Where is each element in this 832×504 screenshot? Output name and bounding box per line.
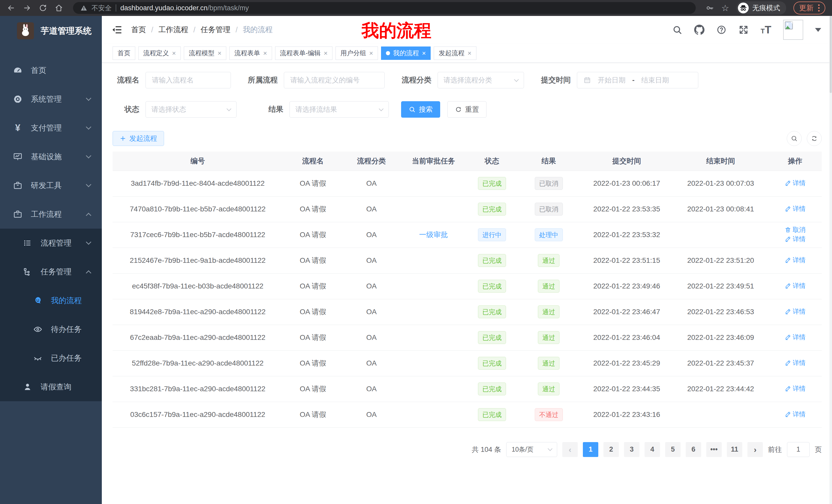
sidebar-item-done-tasks[interactable]: 已办任务 [0,344,102,372]
detail-action-link[interactable]: 详情 [785,384,806,393]
result-select[interactable]: 请选择流结果 [289,101,389,118]
page-button-5[interactable]: 5 [665,442,681,457]
create-process-button[interactable]: 发起流程 [113,131,164,146]
tab-5[interactable]: 用户分组× [336,47,378,60]
detail-action-link[interactable]: 详情 [785,179,806,187]
process-name-input[interactable] [146,72,231,88]
col-result: 结果 [517,151,580,171]
tab-0[interactable]: 首页 [113,47,135,60]
tab-1[interactable]: 流程定义× [138,47,181,60]
detail-action-link[interactable]: 详情 [785,410,806,418]
avatar-caret-icon[interactable] [815,28,821,32]
page-title-annotation: 我的流程 [362,19,432,43]
forward-icon[interactable] [23,4,31,12]
detail-action-link[interactable]: 详情 [785,282,806,290]
page-number: 3 [630,445,633,453]
page-button-6[interactable]: 6 [686,442,701,457]
cancel-action-link[interactable]: 取消 [785,226,806,234]
status-select[interactable]: 请选择状态 [146,101,237,118]
bookmark-star-icon[interactable]: ☆ [722,4,729,12]
breadcrumb-home[interactable]: 首页 [131,25,146,35]
detail-action-link[interactable]: 详情 [785,235,806,243]
password-key-icon[interactable] [705,4,714,12]
tab-close-icon[interactable]: × [369,50,373,57]
cell-process-name: OA 请假 [283,376,343,402]
detail-action-link[interactable]: 详情 [785,204,806,213]
tab-close-icon[interactable]: × [467,50,471,57]
next-page-button[interactable]: › [747,442,763,457]
browser-toolbar: 不安全 dashboard.yudao.iocoder.cn/bpm/task/… [0,0,832,16]
prev-page-button[interactable]: ‹ [562,442,578,457]
address-bar[interactable]: 不安全 dashboard.yudao.iocoder.cn/bpm/task/… [73,2,696,14]
page-button-4[interactable]: 4 [645,442,660,457]
col-status: 状态 [467,151,517,171]
tab-close-icon[interactable]: × [422,50,426,57]
search-icon[interactable] [672,25,682,35]
parent-process-input[interactable] [284,72,385,88]
sidebar-item-task-mgmt[interactable]: 任务管理 [0,257,102,286]
page-button-11[interactable]: 11 [727,442,742,457]
scrollbar-thumb[interactable] [830,16,832,93]
sidebar-item-todo-tasks[interactable]: 待办任务 [0,315,102,344]
page-size-select[interactable]: 10条/页 [506,442,557,457]
github-icon[interactable] [694,25,704,35]
tab-3[interactable]: 流程表单× [229,47,272,60]
tab-2[interactable]: 流程模型× [184,47,226,60]
page-button-3[interactable]: 3 [624,442,640,457]
browser-update-button[interactable]: 更新 [794,2,825,15]
tab-close-icon[interactable]: × [324,50,328,57]
detail-action-link[interactable]: 详情 [785,256,806,264]
detail-action-link[interactable]: 详情 [785,359,806,367]
status-badge: 已完成 [478,280,506,293]
tab-7[interactable]: 发起流程× [434,47,476,60]
sidebar-item-my-process[interactable]: 我的流程 [0,286,102,315]
tab-6[interactable]: 我的流程× [381,47,431,60]
scrollbar[interactable] [829,16,832,504]
sidebar-item-devtools[interactable]: 研发工具 [0,171,102,200]
sidebar-item-payment[interactable]: ¥ 支付管理 [0,114,102,142]
security-label[interactable]: 不安全 [92,4,111,12]
font-size-icon[interactable]: TT [760,24,771,36]
breadcrumb-workflow[interactable]: 工作流程 [158,25,188,35]
url-text[interactable]: dashboard.yudao.iocoder.cn/bpm/task/my [120,4,249,12]
eye-closed-icon [33,353,43,363]
page-button-1[interactable]: 1 [583,442,598,457]
table-refresh-button[interactable] [807,131,822,146]
tab-close-icon[interactable]: × [217,50,222,57]
sidebar-item-infra[interactable]: 基础设施 [0,142,102,171]
avatar[interactable] [783,20,803,40]
sidebar-item-workflow[interactable]: 工作流程 [0,200,102,229]
tab-close-icon[interactable]: × [172,50,176,57]
search-button[interactable]: 搜索 [401,101,440,118]
table-search-button[interactable] [787,131,802,146]
reload-icon[interactable] [38,4,47,12]
page-button-2[interactable]: 2 [603,442,619,457]
tab-4[interactable]: 流程表单-编辑× [275,47,333,60]
sidebar-collapse-icon[interactable] [111,24,122,35]
page-more-button[interactable]: ••• [706,442,722,457]
tab-close-icon[interactable]: × [263,50,267,57]
category-select[interactable]: 请选择流程分类 [438,72,524,88]
app-logo-row[interactable]: 芋道管理系统 [0,16,102,46]
reset-button[interactable]: 重置 [447,101,487,118]
cell-end-time: 2022-01-22 23:51:20 [673,248,769,273]
back-icon[interactable] [7,4,16,12]
home-icon[interactable] [54,4,63,12]
help-icon[interactable] [716,25,727,35]
briefcase-icon [13,209,23,219]
sidebar-item-system[interactable]: 系统管理 [0,85,102,114]
sidebar: 芋道管理系统 首页 系统管理 ¥ 支付管理 基础设施 研发工具 工作 [0,16,102,504]
tabs-bar: 首页流程定义×流程模型×流程表单×流程表单-编辑×用户分组×我的流程×发起流程× [102,44,832,63]
sidebar-item-home[interactable]: 首页 [0,56,102,85]
submit-time-range-picker[interactable]: 开始日期 - 结束日期 [577,72,698,88]
fullscreen-icon[interactable] [738,25,749,35]
browser-menu-icon[interactable] [818,4,820,11]
goto-page-input[interactable] [787,442,810,457]
detail-action-link[interactable]: 详情 [785,307,806,316]
detail-action-link[interactable]: 详情 [785,333,806,341]
current-task-link[interactable]: 一级审批 [419,231,448,239]
status-badge: 已完成 [478,254,506,267]
breadcrumb-task-mgmt[interactable]: 任务管理 [201,25,230,35]
sidebar-item-process-mgmt[interactable]: 流程管理 [0,229,102,257]
sidebar-item-leave-query[interactable]: 请假查询 [0,372,102,401]
